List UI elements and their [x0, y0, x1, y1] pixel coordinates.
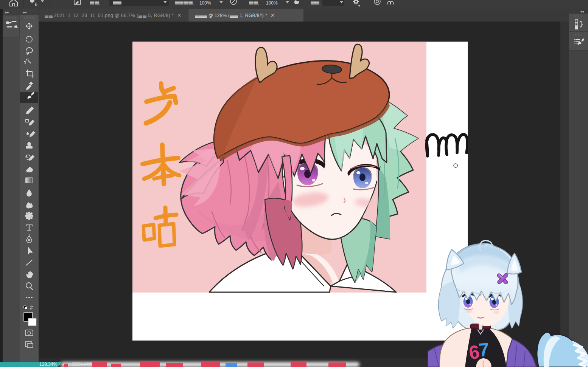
svg-text:128.34%: 128.34%	[39, 362, 58, 367]
